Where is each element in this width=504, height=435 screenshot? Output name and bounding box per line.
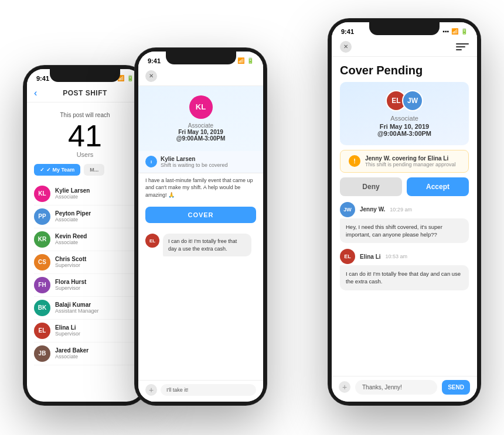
message-bubble-1: Hey, I need this shift covered, it's sup… <box>340 218 469 244</box>
user-name: Balaji Kumar <box>55 302 99 308</box>
close-button[interactable]: ✕ <box>145 70 157 82</box>
list-item[interactable]: PP Peyton Piper Associate <box>34 205 136 228</box>
add-attachment-button[interactable]: + <box>145 384 157 396</box>
user-info: Flora Hurst Supervisor <box>55 279 86 291</box>
avatar: CS <box>34 254 50 270</box>
elina-avatar: EL <box>340 249 355 264</box>
covering-text: Jenny W. covering for Elina Li <box>365 155 456 162</box>
user-info: Balaji Kumar Assistant Manager <box>55 302 99 314</box>
phone-cover-pending: 9:41 ▪▪▪ 📶 🔋 ✕ Cover Pending EL <box>328 19 481 405</box>
msg-time-2: 10:53 am <box>386 254 408 259</box>
phone3-chat: JW Jenny W. 10:29 am Hey, I need this sh… <box>332 202 477 290</box>
post-shift-content: This post will reach 41 Users ✓ ✓ My Tea… <box>27 102 143 375</box>
user-info: Peyton Piper Associate <box>55 210 91 222</box>
close-button-3[interactable]: ✕ <box>340 41 352 53</box>
sender-name-1: Jenny W. <box>360 206 385 213</box>
user-name: Peyton Piper <box>55 210 91 217</box>
list-item[interactable]: CS Chris Scott Supervisor <box>34 251 136 274</box>
user-role: Supervisor <box>55 285 86 291</box>
list-item[interactable]: KL Kylie Larsen Associate <box>34 183 136 205</box>
user-role: Assistant Manager <box>55 308 99 314</box>
cover-button[interactable]: COVER <box>145 207 256 223</box>
cover-msg-area: I have a last-minute family event that c… <box>138 173 263 201</box>
cover-description: I have a last-minute family event that c… <box>145 177 256 199</box>
signal-icon-3: ▪▪▪ <box>442 28 449 35</box>
users-label: Users <box>34 151 136 158</box>
filter-icon[interactable] <box>456 42 469 52</box>
battery-icon-2: 🔋 <box>247 57 254 64</box>
list-item[interactable]: BK Balaji Kumar Assistant Manager <box>34 297 136 320</box>
status-time-2: 9:41 <box>148 57 161 64</box>
list-item[interactable]: EL Elina Li Supervisor <box>34 320 136 342</box>
phone3-inner: 9:41 ▪▪▪ 📶 🔋 ✕ Cover Pending EL <box>332 22 477 402</box>
post-shift-nav: ‹ POST SHIFT <box>27 84 143 102</box>
avatar: KL <box>34 186 50 202</box>
sender-name-2: Elina Li <box>360 254 381 260</box>
page-title: Cover Pending <box>332 57 477 82</box>
back-arrow-icon[interactable]: ‹ <box>34 88 37 98</box>
reach-text: This post will reach <box>34 112 136 118</box>
shift-time: @9:00AM-3:00PM <box>145 135 256 142</box>
add-attachment-button-3[interactable]: + <box>339 381 350 393</box>
user-role: Associate <box>55 354 88 359</box>
other-tab-label: M... <box>90 167 98 173</box>
user-list: KL Kylie Larsen Associate PP Peyton Pipe… <box>34 183 136 365</box>
chat-bubble: I can do it! I'm totally free that day a… <box>163 234 251 256</box>
message-header-2: EL Elina Li 10:53 am <box>340 249 469 264</box>
message-input-3[interactable]: Thanks, Jenny! <box>355 380 437 395</box>
user-role: Associate <box>55 194 90 200</box>
avatar: KR <box>34 231 50 248</box>
my-team-tab[interactable]: ✓ ✓ My Team <box>34 164 80 176</box>
chat-input-bar: + I'll take it! <box>138 380 263 402</box>
list-item[interactable]: JB Jared Baker Associate <box>34 342 136 365</box>
cover-request-info: Kylie Larsen Shift is waiting to be cove… <box>161 156 228 168</box>
pending-info: ! Jenny W. covering for Elina Li This sh… <box>340 150 469 173</box>
input-value-3: Thanks, Jenny! <box>362 384 402 391</box>
list-item[interactable]: FH Flora Hurst Supervisor <box>34 274 136 297</box>
other-tab[interactable]: M... <box>84 164 104 176</box>
shift-role: Associate <box>145 122 256 129</box>
phone2-nav: ✕ <box>138 67 263 86</box>
avatar: PP <box>34 208 50 225</box>
phone3-input-bar: + Thanks, Jenny! SEND <box>332 376 477 402</box>
user-info: Chris Scott Supervisor <box>55 256 86 268</box>
message-bubble-2: I can do it! I'm totally free that day a… <box>340 265 469 290</box>
svg-text:i: i <box>151 159 152 165</box>
phone-post-shift: 9:41 ▪▪▪ 📶 🔋 ‹ POST SHIFT This post will… <box>23 66 147 405</box>
message-input[interactable]: I'll take it! <box>161 384 256 396</box>
avatar-jenny: JW <box>402 90 423 111</box>
phone3-message-1: JW Jenny W. 10:29 am Hey, I need this sh… <box>340 202 469 244</box>
jenny-avatar: JW <box>340 202 355 217</box>
cover-requester-msg: Shift is waiting to be covered <box>161 162 228 168</box>
user-info: Elina Li Supervisor <box>55 324 80 337</box>
deny-button[interactable]: Deny <box>340 177 402 196</box>
notch-1 <box>50 69 120 82</box>
filter-line-3 <box>456 49 462 50</box>
user-name: Jared Baker <box>55 347 88 354</box>
phone3-shift-date: Fri May 10, 2019 <box>348 123 461 130</box>
status-icons-3: ▪▪▪ 📶 🔋 <box>442 28 468 35</box>
phone3-avatars: EL JW <box>348 90 461 111</box>
approval-text: This shift is pending manager approval <box>365 162 456 167</box>
phone3-message-2: EL Elina Li 10:53 am I can do it! I'm to… <box>340 249 469 290</box>
cover-button-area: COVER <box>138 201 263 229</box>
avatar: FH <box>34 277 50 293</box>
status-time-3: 9:41 <box>341 28 354 35</box>
pending-details: Jenny W. covering for Elina Li This shif… <box>365 155 456 167</box>
input-placeholder: I'll take it! <box>166 387 188 393</box>
cover-requester-name: Kylie Larsen <box>161 156 228 162</box>
avatar: EL <box>34 323 50 339</box>
post-shift-title: POST SHIFT <box>63 89 107 97</box>
cover-request-icon: i <box>145 156 157 167</box>
user-role: Associate <box>55 239 87 245</box>
filter-line-2 <box>456 46 465 47</box>
wifi-icon-2: 📶 <box>237 57 244 64</box>
user-role: Supervisor <box>55 331 80 337</box>
notch-2 <box>166 52 236 64</box>
send-button[interactable]: SEND <box>442 380 470 395</box>
accept-button[interactable]: Accept <box>407 177 469 196</box>
avatar: JB <box>34 345 50 362</box>
list-item[interactable]: KR Kevin Reed Associate <box>34 228 136 251</box>
filter-line-1 <box>456 43 469 44</box>
phone2-inner: 9:41 ▪▪▪ 📶 🔋 ✕ KL Associate Fri May 10, … <box>138 52 263 402</box>
